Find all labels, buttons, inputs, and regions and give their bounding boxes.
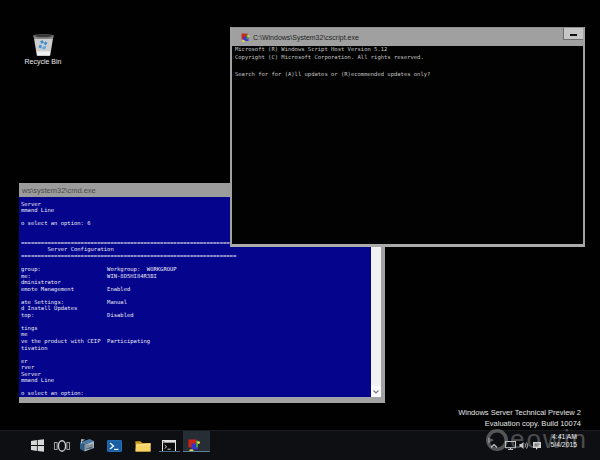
command-prompt-button[interactable]: [160, 431, 178, 460]
recycle-bin-label: Recycle Bin: [18, 58, 68, 65]
minimize-icon: [570, 34, 577, 36]
cscript-window: C:\Windows\System32\cscript.exe Microsof…: [230, 27, 585, 247]
cscript-window-title: C:\Windows\System32\cscript.exe: [250, 34, 359, 41]
script-host-taskbar-button[interactable]: [186, 431, 204, 460]
hidden-icons-chevron[interactable]: [490, 431, 498, 460]
taskbar: eowin 4:41 AM 5/4/2015: [0, 430, 600, 460]
volume-status[interactable]: [519, 431, 529, 460]
cscript-console[interactable]: Microsoft (R) Windows Script Host Versio…: [232, 46, 583, 244]
powershell-button[interactable]: [104, 431, 124, 460]
task-view-icon: [54, 440, 70, 452]
build-watermark-line2: Evaluation copy. Build 10074: [458, 418, 581, 429]
speaker-icon: [519, 441, 529, 450]
build-watermark: Windows Server Technical Preview 2 Evalu…: [458, 407, 581, 429]
clock-time: 4:41 AM: [551, 433, 577, 441]
recycle-bin-icon: [32, 33, 55, 56]
recycle-bin[interactable]: Recycle Bin: [18, 33, 68, 65]
cmd-window-title: ws\system32\cmd.exe: [19, 186, 96, 195]
network-status[interactable]: [505, 431, 516, 460]
network-icon: [505, 441, 516, 450]
command-prompt-running-indicator: [159, 451, 180, 453]
server-manager-button[interactable]: [77, 431, 97, 460]
cmd-console-text: Server mmand Line o select an option: 6 …: [21, 201, 236, 397]
windows-logo-icon: [31, 439, 44, 452]
folder-icon: [135, 439, 151, 452]
clock-date: 5/4/2015: [551, 441, 577, 449]
build-watermark-line1: Windows Server Technical Preview 2: [458, 407, 581, 418]
desktop: Recycle Bin ws\system32\cmd.exe Server m…: [0, 0, 600, 460]
task-view-button[interactable]: [52, 431, 72, 460]
minimize-button[interactable]: [563, 28, 583, 40]
taskbar-clock[interactable]: 4:41 AM 5/4/2015: [551, 433, 577, 449]
chevron-up-icon: [490, 443, 498, 449]
action-center[interactable]: [532, 431, 542, 460]
script-host-icon: [241, 33, 250, 42]
chevron-down-icon: [373, 390, 379, 394]
cscript-titlebar[interactable]: C:\Windows\System32\cscript.exe: [232, 28, 583, 46]
cscript-console-text: Microsoft (R) Windows Script Host Versio…: [235, 46, 430, 79]
cmd-scroll-down-button[interactable]: [371, 386, 381, 397]
action-center-icon: [532, 441, 542, 451]
server-manager-icon: [79, 438, 95, 453]
start-button[interactable]: [27, 431, 47, 460]
powershell-icon: [107, 440, 122, 452]
cmd-window-bottom-border: [19, 397, 385, 403]
file-explorer-button[interactable]: [133, 431, 153, 460]
script-host-running-indicator: [183, 451, 211, 453]
